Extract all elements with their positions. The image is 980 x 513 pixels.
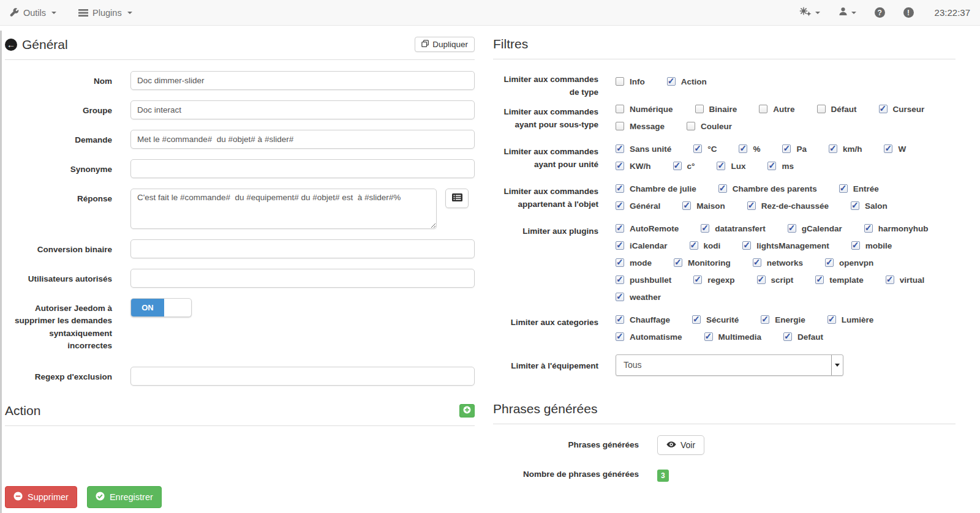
voir-button[interactable]: Voir: [657, 435, 704, 455]
checkbox-checked-icon[interactable]: [829, 144, 837, 153]
filter-checkbox-item[interactable]: W: [884, 144, 906, 154]
checkbox-checked-icon[interactable]: [674, 258, 682, 267]
checkbox-checked-icon[interactable]: [616, 241, 624, 250]
checkbox-unchecked-icon[interactable]: [687, 122, 695, 130]
filter-checkbox-item[interactable]: Général: [616, 201, 660, 211]
checkbox-checked-icon[interactable]: [682, 201, 691, 210]
filter-checkbox-item[interactable]: openvpn: [825, 258, 873, 268]
checkbox-checked-icon[interactable]: [616, 293, 624, 301]
checkbox-checked-icon[interactable]: [616, 144, 624, 153]
checkbox-checked-icon[interactable]: [753, 258, 761, 267]
filter-checkbox-item[interactable]: Sécurité: [692, 315, 739, 324]
checkbox-checked-icon[interactable]: [742, 241, 751, 250]
filter-checkbox-item[interactable]: template: [815, 275, 864, 285]
filter-checkbox-item[interactable]: Chambre des parents: [718, 184, 817, 193]
checkbox-checked-icon[interactable]: [884, 144, 892, 153]
checkbox-checked-icon[interactable]: [825, 258, 834, 267]
filter-checkbox-item[interactable]: weather: [616, 293, 661, 302]
filter-checkbox-item[interactable]: Entrée: [839, 184, 879, 193]
checkbox-checked-icon[interactable]: [747, 201, 756, 210]
list-alt-button[interactable]: [445, 189, 469, 208]
checkbox-checked-icon[interactable]: [701, 224, 709, 233]
user-menu[interactable]: [839, 7, 856, 18]
checkbox-checked-icon[interactable]: [616, 332, 624, 341]
filter-checkbox-item[interactable]: Lumière: [827, 315, 874, 324]
checkbox-checked-icon[interactable]: [718, 184, 727, 193]
filter-checkbox-item[interactable]: Action: [667, 72, 707, 91]
checkbox-checked-icon[interactable]: [616, 184, 624, 193]
synonyme-input[interactable]: [130, 159, 475, 178]
filter-checkbox-item[interactable]: Energie: [761, 315, 805, 324]
menu-plugins[interactable]: Plugins: [78, 8, 132, 18]
checkbox-checked-icon[interactable]: [839, 184, 848, 193]
equipement-select[interactable]: Tous: [616, 354, 843, 376]
duplicate-button[interactable]: Dupliquer: [415, 37, 475, 52]
filter-checkbox-item[interactable]: virtual: [886, 275, 925, 285]
filter-checkbox-item[interactable]: Multimedia: [704, 332, 762, 342]
filter-checkbox-item[interactable]: mobile: [851, 241, 892, 250]
groupe-input[interactable]: [130, 100, 475, 119]
filter-checkbox-item[interactable]: ms: [767, 162, 794, 171]
checkbox-checked-icon[interactable]: [757, 275, 766, 284]
checkbox-checked-icon[interactable]: [761, 315, 769, 324]
filter-checkbox-item[interactable]: Message: [616, 122, 665, 131]
checkbox-checked-icon[interactable]: [673, 162, 682, 170]
checkbox-checked-icon[interactable]: [616, 162, 624, 170]
filter-checkbox-item[interactable]: script: [757, 275, 794, 285]
filter-checkbox-item[interactable]: Salon: [851, 201, 888, 211]
checkbox-checked-icon[interactable]: [879, 105, 888, 113]
filter-checkbox-item[interactable]: Binaire: [695, 105, 737, 114]
filter-checkbox-item[interactable]: gCalendar: [788, 224, 842, 233]
checkbox-checked-icon[interactable]: [886, 275, 894, 284]
filter-checkbox-item[interactable]: Monitoring: [674, 258, 731, 268]
checkbox-checked-icon[interactable]: [616, 315, 624, 324]
filter-checkbox-item[interactable]: datatransfert: [701, 224, 766, 233]
checkbox-checked-icon[interactable]: [690, 241, 698, 250]
checkbox-checked-icon[interactable]: [782, 144, 791, 153]
demande-input[interactable]: [130, 130, 475, 149]
filter-checkbox-item[interactable]: Rez-de-chaussée: [747, 201, 829, 211]
checkbox-checked-icon[interactable]: [739, 144, 747, 153]
filter-checkbox-item[interactable]: lightsManagement: [742, 241, 829, 250]
filter-checkbox-item[interactable]: kodi: [690, 241, 721, 250]
filter-checkbox-item[interactable]: regexp: [693, 275, 734, 285]
filter-checkbox-item[interactable]: Curseur: [879, 105, 925, 114]
checkbox-unchecked-icon[interactable]: [759, 105, 767, 113]
back-arrow-icon[interactable]: ←: [5, 39, 17, 51]
filter-checkbox-item[interactable]: Defaut: [783, 332, 823, 342]
filter-checkbox-item[interactable]: mode: [616, 258, 652, 268]
reponse-textarea[interactable]: C'est fait le #commande# du #equipement#…: [130, 189, 437, 229]
checkbox-checked-icon[interactable]: [616, 275, 624, 284]
filter-checkbox-item[interactable]: km/h: [829, 144, 862, 154]
filter-checkbox-item[interactable]: °C: [693, 144, 717, 154]
filter-checkbox-item[interactable]: Numérique: [616, 105, 673, 114]
checkbox-unchecked-icon[interactable]: [695, 105, 704, 113]
checkbox-checked-icon[interactable]: [788, 224, 796, 233]
filter-checkbox-item[interactable]: Défaut: [817, 105, 857, 114]
filter-checkbox-item[interactable]: KW/h: [616, 162, 651, 171]
checkbox-checked-icon[interactable]: [864, 224, 873, 233]
checkbox-checked-icon[interactable]: [717, 162, 725, 170]
checkbox-unchecked-icon[interactable]: [817, 105, 826, 113]
filter-checkbox-item[interactable]: pushbullet: [616, 275, 671, 285]
checkbox-checked-icon[interactable]: [693, 144, 702, 153]
nom-input[interactable]: [130, 71, 475, 90]
filter-checkbox-item[interactable]: Info: [616, 72, 645, 91]
autoriser-toggle[interactable]: ON: [130, 298, 192, 317]
filter-checkbox-item[interactable]: Lux: [717, 162, 745, 171]
save-button[interactable]: Enregistrer: [87, 486, 162, 508]
filter-checkbox-item[interactable]: Chambre de julie: [616, 184, 696, 193]
filter-checkbox-item[interactable]: Sans unité: [616, 144, 671, 154]
filter-checkbox-item[interactable]: %: [739, 144, 760, 154]
checkbox-checked-icon[interactable]: [616, 258, 624, 267]
delete-button[interactable]: Supprimer: [5, 486, 77, 508]
checkbox-checked-icon[interactable]: [783, 332, 792, 341]
filter-checkbox-item[interactable]: Maison: [682, 201, 725, 211]
checkbox-checked-icon[interactable]: [827, 315, 836, 324]
filter-checkbox-item[interactable]: Couleur: [687, 122, 732, 131]
filter-checkbox-item[interactable]: Autre: [759, 105, 794, 114]
checkbox-unchecked-icon[interactable]: [616, 105, 624, 113]
checkbox-checked-icon[interactable]: [693, 275, 702, 284]
utilisateurs-input[interactable]: [130, 269, 475, 288]
regexp-input[interactable]: [130, 367, 475, 386]
